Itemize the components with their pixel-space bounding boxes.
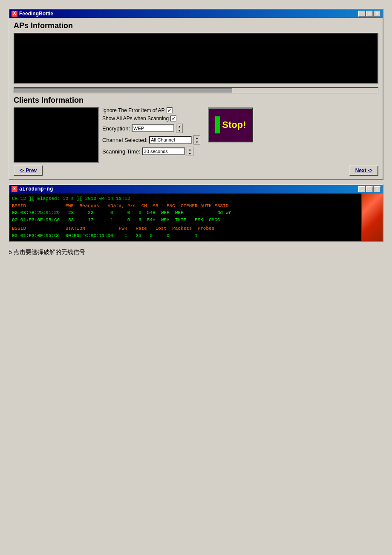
stop-button[interactable]: Stop!	[208, 107, 253, 142]
scanning-time-label: Scanning Time:	[102, 148, 141, 155]
ignore-error-checkbox[interactable]: ✔	[167, 107, 173, 113]
scrollbar-thumb	[14, 88, 232, 92]
title-icon: X	[12, 11, 17, 17]
channel-spinner[interactable]: ▲ ▼	[193, 135, 200, 145]
stop-indicator	[215, 116, 220, 133]
airodump-titlebar: X airodump-ng _ □ ✕	[9, 185, 383, 194]
footer-text: 5 点击要选择破解的无线信号	[9, 247, 383, 258]
controls-grid: Ignore The Error Item of AP ✔ Show All A…	[102, 107, 200, 156]
channel-spinner-up[interactable]: ▲	[194, 136, 200, 140]
stop-label: Stop!	[222, 119, 246, 130]
channel-select[interactable]: All Channel	[149, 136, 192, 144]
clients-display-area	[14, 107, 99, 163]
encryption-spinner[interactable]: ▲ ▼	[176, 124, 183, 133]
airodump-titlebar-buttons: _ □ ✕	[358, 186, 380, 192]
clients-layout: Ignore The Error Item of AP ✔ Show All A…	[14, 107, 378, 163]
ignore-error-label: Ignore The Error Item of AP	[102, 107, 165, 113]
show-all-aps-checkbox[interactable]: ✔	[170, 116, 176, 121]
encryption-row: Encryption: WEP ▲ ▼	[102, 124, 200, 133]
channel-label: Channel Selected:	[102, 137, 147, 143]
encryption-select[interactable]: WEP	[132, 124, 174, 132]
titlebar-buttons: _ □ ✕	[358, 11, 380, 17]
spinner-down[interactable]: ▼	[176, 128, 182, 133]
airodump-title-icon: X	[12, 186, 17, 192]
channel-row: Channel Selected: All Channel ▲ ▼	[102, 135, 200, 145]
scanning-spinner-down[interactable]: ▼	[187, 151, 193, 156]
spinner-up[interactable]: ▲	[176, 124, 182, 128]
terminal-wrapper: CH 12 ][ Elapsed: 12 s ][ 2010-04-14 10:…	[9, 194, 383, 241]
stop-button-area: Stop!	[208, 107, 253, 142]
channel-spinner-down[interactable]: ▼	[194, 140, 200, 144]
scanning-spinner[interactable]: ▲ ▼	[187, 147, 193, 156]
airodump-titlebar-left: X airodump-ng	[12, 186, 53, 192]
term-data-row3: 00:01:F3:0F:95:C6 00:F0:4C:9C:11:D0 -1 3…	[12, 232, 380, 240]
next-button[interactable]: Next ->	[349, 165, 378, 176]
airodump-minimize[interactable]: _	[358, 186, 365, 192]
airodump-title: airodump-ng	[19, 186, 53, 192]
terminal-content: CH 12 ][ Elapsed: 12 s ][ 2010-04-14 10:…	[9, 194, 383, 241]
scanning-spinner-up[interactable]: ▲	[187, 147, 193, 151]
airodump-maximize[interactable]: □	[366, 186, 373, 192]
scanning-time-row: Scanning Time: 30 seconds ▲ ▼	[102, 147, 200, 156]
titlebar-left: X FeedingBottle	[12, 11, 53, 17]
close-button[interactable]: ✕	[374, 11, 380, 17]
term-col-headers1: BSSID PWR Beacons #Data, #/s CH MB ENC C…	[12, 202, 380, 210]
window-title: FeedingBottle	[19, 11, 53, 17]
maximize-button[interactable]: □	[366, 11, 373, 17]
airodump-window: X airodump-ng _ □ ✕ CH 12 ][ Elapsed: 12…	[9, 184, 383, 242]
feedingbottle-content: APs Information Clients Information Igno…	[9, 18, 383, 179]
ap-scrollbar[interactable]	[14, 87, 378, 93]
airodump-close[interactable]: ✕	[374, 186, 380, 192]
term-header-line: CH 12 ][ Elapsed: 12 s ][ 2010-04-14 10:…	[12, 195, 380, 202]
minimize-button[interactable]: _	[358, 11, 365, 17]
prev-button[interactable]: <- Prev	[14, 165, 43, 176]
feedingbottle-window: X FeedingBottle _ □ ✕ APs Information Cl…	[9, 9, 383, 180]
term-data-row2: 00:01:E3:0E:95:C6 -53 17 1 0 6 54e WPA T…	[12, 217, 380, 224]
ignore-error-row: Ignore The Error Item of AP ✔	[102, 107, 200, 113]
term-data-row1: 02:03:78:25:91:29 -28 22 0 0 6 54e WEP W…	[12, 209, 380, 217]
ap-display-area	[14, 33, 378, 84]
bottom-controls: <- Prev Next ->	[14, 165, 378, 176]
clients-section-title: Clients Information	[14, 96, 378, 105]
term-col-headers2: BSSID STATION PWR Rate Lost Packets Prob…	[12, 225, 380, 232]
partial-side-image	[361, 194, 383, 241]
feedingbottle-titlebar: X FeedingBottle _ □ ✕	[9, 9, 383, 18]
scanning-time-select[interactable]: 30 seconds	[142, 147, 185, 155]
aps-section-title: APs Information	[14, 21, 378, 30]
encryption-label: Encryption:	[102, 125, 130, 132]
show-all-aps-row: Show All APs when Scanning ✔	[102, 116, 200, 121]
show-all-aps-label: Show All APs when Scanning	[102, 116, 169, 121]
